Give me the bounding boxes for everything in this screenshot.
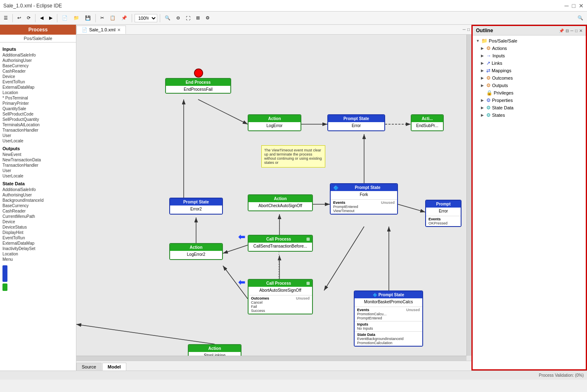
action-abort-node[interactable]: Action AbortCheckAutoSignOff — [248, 194, 313, 211]
toolbar-zoom-in-btn[interactable]: 🔍 — [163, 14, 173, 22]
prompt-monitor-node[interactable]: 🔷 Prompt State MonitorBasketPromoCalcs E… — [354, 290, 423, 347]
callprocess-send-node[interactable]: Call Process ⊞ CallSendTransactionBefore… — [248, 235, 313, 252]
scrollbar-vertical[interactable] — [466, 35, 471, 356]
tree-item-links[interactable]: ▶ ↗ Links — [474, 59, 584, 67]
svg-line-8 — [398, 204, 425, 212]
canvas-tab-bar: 📄 Sale_1.0.xml ✕ ─ □ — [76, 25, 471, 35]
state-data-item: CashReader — [2, 208, 73, 214]
canvas-tab-sale[interactable]: 📄 Sale_1.0.xml ✕ — [76, 26, 126, 34]
mappings-icon: ⇄ — [486, 68, 490, 73]
action-log-error-title: Action — [249, 115, 301, 122]
toolbar-back-btn[interactable]: ◀ — [38, 14, 45, 22]
toolbar-sep-2 — [35, 14, 36, 22]
tree-item-actions[interactable]: ▶ ⚙ Actions — [474, 45, 584, 52]
tab-model[interactable]: Model — [102, 363, 126, 371]
action-endsub-node[interactable]: Acti... EndSubPr... — [411, 114, 444, 131]
toolbar-copy-btn[interactable]: 📋 — [108, 14, 118, 22]
outline-minimize-btn[interactable]: ─ — [570, 28, 573, 33]
toolbar-redo-btn[interactable]: ⟳ — [25, 14, 33, 22]
outline-menu-btn[interactable]: ⊟ — [566, 28, 569, 33]
privileges-arrow — [481, 91, 485, 95]
monitor-event-promo: PromotionCalcu... — [357, 312, 420, 316]
tree-item-inputs[interactable]: ▶ → Inputs — [474, 52, 584, 59]
input-item: BaseCurrency — [2, 63, 73, 68]
action-logerror2-node[interactable]: Action LogError2 — [169, 243, 223, 260]
toolbar-zoom-out-btn[interactable]: ⊖ — [174, 14, 182, 22]
toolbar-undo-btn[interactable]: ↩ — [15, 14, 23, 22]
output-item: NewEvent — [2, 152, 73, 157]
state-data-item: DisplayHint — [2, 230, 73, 235]
events-label: Events — [333, 201, 346, 205]
prompt-error-node[interactable]: Prompt State Error — [327, 114, 385, 131]
tree-item-privileges[interactable]: 🔒 Privileges — [474, 89, 584, 97]
action-stop-linking-node[interactable]: Action StopLinking — [188, 344, 241, 356]
outcomes-label: Outcomes — [251, 296, 269, 300]
outline-pin-btn[interactable]: 📌 — [559, 28, 564, 33]
toolbar-open-btn[interactable]: 📁 — [71, 14, 81, 22]
output-item: TransactionHandler — [2, 163, 73, 168]
canvas-maximize-btn[interactable]: □ — [467, 27, 470, 32]
blue-arrow-1: ⬅ — [238, 232, 245, 242]
scrollbar-horizontal[interactable] — [76, 356, 466, 361]
tree-item-states[interactable]: ▶ ⚙ States — [474, 111, 584, 119]
prompt-monitor-inputs: Inputs No Inputs — [355, 321, 422, 331]
input-item: User — [2, 133, 73, 138]
canvas-tab-label: Sale_1.0.xml — [89, 27, 116, 32]
close-button[interactable]: ✕ — [579, 2, 584, 9]
outcome-fail: Fail — [251, 305, 310, 309]
toolbar-sep-5 — [132, 14, 132, 22]
toolbar-save-btn[interactable]: 💾 — [83, 14, 93, 22]
tab-source[interactable]: Source — [76, 363, 102, 371]
monitor-inputs-label: Inputs — [357, 322, 368, 326]
tree-item-state-data[interactable]: ▶ ⚙ State Data — [474, 104, 584, 111]
tree-item-outputs[interactable]: ▶ ⚙ Outputs — [474, 82, 584, 89]
tree-root[interactable]: ▼ 📁 Pos/Sale/Sale — [474, 37, 584, 45]
outcome-cancel: Cancel — [251, 300, 310, 305]
tree-item-outcomes[interactable]: ▶ ⚙ Outcomes — [474, 74, 584, 82]
callprocess-abort-outcomes: Outcomes Unused Cancel Fail Success — [249, 295, 312, 314]
tree-item-mappings[interactable]: ▶ ⇄ Mappings — [474, 67, 584, 74]
action-log-error-body: LogError — [249, 122, 301, 130]
toolbar-settings-btn[interactable]: ⚙ — [204, 14, 212, 22]
callprocess-abort-title: Call Process ⊞ — [249, 280, 312, 287]
outcomes-arrow: ▶ — [481, 76, 485, 80]
maximize-button[interactable]: □ — [572, 2, 575, 9]
outputs-list: NewEvent NewTransactionData TransactionH… — [2, 152, 73, 179]
callprocess-abort-node[interactable]: Call Process ⊞ AbortAutoStoreSignOff Out… — [248, 279, 313, 314]
input-item: QuantitySale — [2, 106, 73, 111]
prompt-fork-node[interactable]: 🔷Prompt State Fork Events Unused PromptE… — [330, 183, 398, 215]
toolbar-grid-btn[interactable]: ⊞ — [194, 14, 202, 22]
event-ok-pressed: OKPressed — [428, 221, 458, 225]
tree-item-properties[interactable]: ▶ ⚙ Properties — [474, 97, 584, 104]
prompt-error2-left-node[interactable]: Prompt State Error2 — [169, 198, 223, 215]
event-prompted-entered: PromptEntered — [333, 205, 395, 209]
prompt-monitor-statedata: State Data EventBackgroundInstanceId Pro… — [355, 331, 422, 346]
prompt-error-right-node[interactable]: Prompt Error Events OKPressed — [425, 200, 462, 227]
monitor-statedata-label: State Data — [357, 333, 375, 337]
toolbar-sep-3 — [57, 14, 57, 22]
status-bar: Process Validation: (0%) — [0, 371, 587, 380]
canvas-tab-close-btn[interactable]: ✕ — [117, 28, 121, 32]
links-arrow: ▶ — [481, 61, 485, 65]
start-circle — [194, 68, 203, 78]
action-log-error-node[interactable]: Action LogError — [248, 114, 301, 131]
toolbar: ☰ ↩ ⟳ ◀ ▶ 📄 📁 💾 ✂ 📋 📌 100% 75% 50% 125% … — [0, 12, 587, 25]
events-status: Unused — [381, 201, 395, 205]
toolbar-cut-btn[interactable]: ✂ — [98, 14, 106, 22]
zoom-select[interactable]: 100% 75% 50% 125% 150% — [135, 14, 157, 22]
toolbar-menu-btn[interactable]: ☰ — [2, 14, 10, 22]
canvas-minimize-btn[interactable]: ─ — [463, 27, 466, 32]
outline-close-btn[interactable]: ✕ — [579, 28, 582, 33]
action-logerror2-title: Action — [170, 244, 222, 251]
action-endsub-title: Acti... — [412, 115, 443, 122]
toolbar-paste-btn[interactable]: 📌 — [119, 14, 129, 22]
actions-icon: ⚙ — [486, 45, 491, 51]
minimize-button[interactable]: ─ — [565, 2, 569, 9]
input-item: ExternalDataMap — [2, 85, 73, 90]
toolbar-fit-btn[interactable]: ⛶ — [184, 14, 192, 22]
toolbar-search-btn[interactable]: 🔍 — [575, 14, 585, 22]
outline-maximize-btn[interactable]: □ — [575, 28, 578, 33]
toolbar-new-btn[interactable]: 📄 — [60, 14, 70, 22]
toolbar-forward-btn[interactable]: ▶ — [47, 14, 54, 22]
end-process-node[interactable]: End Process EndProcessFail — [165, 78, 231, 94]
